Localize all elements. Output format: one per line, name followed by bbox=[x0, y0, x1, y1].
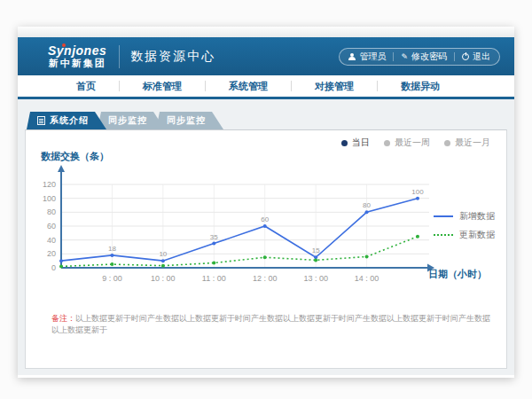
tab-sync-monitor-1[interactable]: 同步监控 bbox=[98, 112, 165, 129]
app-window: Synjones 新中新集团 数据资源中心 管理员 ✎ 修改密码 bbox=[18, 27, 514, 378]
x-axis-title: 日期（小时） bbox=[428, 268, 487, 281]
svg-text:100: 100 bbox=[43, 194, 56, 203]
logo: Synjones 新中新集团 bbox=[48, 44, 106, 68]
radio-last-week[interactable]: 最近一周 bbox=[384, 137, 430, 149]
content-area: 系统介绍 同步监控 同步监控 当日 最近一周 bbox=[18, 99, 514, 375]
toolbar-divider bbox=[454, 52, 455, 61]
svg-text:35: 35 bbox=[210, 233, 218, 241]
svg-text:10 : 00: 10 : 00 bbox=[151, 274, 176, 283]
tab-system-intro[interactable]: 系统介绍 bbox=[27, 112, 106, 129]
dotted-line-icon bbox=[434, 234, 453, 236]
legend-label: 新增数据 bbox=[459, 210, 495, 223]
logout-button[interactable]: 退出 bbox=[462, 51, 490, 63]
svg-text:20: 20 bbox=[47, 249, 56, 258]
svg-text:60: 60 bbox=[261, 215, 269, 223]
change-password-label: 修改密码 bbox=[411, 51, 447, 63]
svg-text:60: 60 bbox=[47, 222, 56, 231]
current-user-label: 管理员 bbox=[359, 51, 386, 63]
footnote: 备注：以上数据更新于时间产生数据以上数据更新于时间产生数据以上数据更新于时间产生… bbox=[51, 313, 492, 335]
app-header: Synjones 新中新集团 数据资源中心 管理员 ✎ 修改密码 bbox=[18, 37, 514, 75]
nav-item-interface-mgmt[interactable]: 对接管理 bbox=[292, 80, 377, 93]
header-divider bbox=[119, 45, 120, 68]
radio-today[interactable]: 当日 bbox=[341, 137, 370, 149]
svg-text:100: 100 bbox=[411, 188, 424, 196]
nav-item-standard-mgmt[interactable]: 标准管理 bbox=[120, 80, 205, 93]
time-range-filter: 当日 最近一周 最近一月 bbox=[341, 137, 490, 149]
chart-legend: 新增数据 更新数据 bbox=[434, 207, 495, 244]
svg-text:80: 80 bbox=[363, 201, 371, 209]
svg-text:80: 80 bbox=[47, 207, 56, 216]
svg-text:13 : 00: 13 : 00 bbox=[303, 274, 328, 283]
logo-text: Synjones bbox=[48, 44, 106, 58]
tab-bar: 系统介绍 同步监控 同步监控 bbox=[27, 112, 514, 129]
toolbar-divider bbox=[393, 52, 394, 61]
main-nav: 首页 标准管理 系统管理 对接管理 数据异动 bbox=[18, 75, 514, 99]
svg-text:11 : 00: 11 : 00 bbox=[202, 274, 226, 283]
svg-text:14 : 00: 14 : 00 bbox=[355, 274, 379, 283]
current-user-button[interactable]: 管理员 bbox=[348, 51, 386, 63]
y-axis-title: 数据交换（条） bbox=[41, 150, 109, 163]
nav-item-home[interactable]: 首页 bbox=[53, 80, 119, 93]
svg-text:120: 120 bbox=[43, 180, 56, 189]
footnote-text: 以上数据更新于时间产生数据以上数据更新于时间产生数据以上数据更新于时间产生数据以… bbox=[51, 314, 490, 334]
tab-label: 同步监控 bbox=[108, 112, 147, 129]
user-icon bbox=[348, 53, 356, 60]
radio-label: 最近一月 bbox=[455, 137, 490, 149]
tab-sync-monitor-2[interactable]: 同步监控 bbox=[156, 112, 223, 129]
radio-label: 最近一周 bbox=[395, 137, 430, 149]
logo-subtext: 新中新集团 bbox=[48, 58, 106, 68]
svg-text:0: 0 bbox=[51, 263, 56, 272]
svg-text:10: 10 bbox=[159, 250, 167, 258]
logo-accent-dot bbox=[62, 43, 66, 47]
radio-dot-icon bbox=[341, 140, 348, 146]
footnote-label: 备注： bbox=[51, 314, 75, 323]
svg-text:40: 40 bbox=[47, 236, 56, 245]
app-title: 数据资源中心 bbox=[130, 49, 215, 65]
chart-panel: 当日 最近一周 最近一月 数据交换（条） 0204060801001209 : … bbox=[25, 129, 507, 369]
solid-line-icon bbox=[434, 215, 453, 217]
legend-item-updated-data[interactable]: 更新数据 bbox=[434, 225, 495, 244]
power-icon bbox=[462, 53, 469, 60]
svg-text:18: 18 bbox=[108, 245, 116, 253]
radio-last-month[interactable]: 最近一月 bbox=[444, 137, 490, 149]
radio-label: 当日 bbox=[352, 137, 370, 149]
tab-label: 系统介绍 bbox=[50, 112, 89, 129]
logout-label: 退出 bbox=[473, 51, 490, 63]
svg-text:15: 15 bbox=[312, 246, 320, 254]
change-password-button[interactable]: ✎ 修改密码 bbox=[401, 51, 447, 63]
page-background: Synjones 新中新集团 数据资源中心 管理员 ✎ 修改密码 bbox=[0, 0, 532, 399]
window-top-strip bbox=[18, 27, 514, 37]
tab-label: 同步监控 bbox=[167, 112, 206, 129]
legend-item-new-data[interactable]: 新增数据 bbox=[434, 207, 495, 225]
nav-item-system-mgmt[interactable]: 系统管理 bbox=[206, 80, 291, 93]
edit-icon: ✎ bbox=[401, 53, 408, 60]
svg-text:12 : 00: 12 : 00 bbox=[253, 274, 278, 283]
user-toolbar: 管理员 ✎ 修改密码 退出 bbox=[339, 48, 500, 66]
nav-item-data-change[interactable]: 数据异动 bbox=[378, 80, 463, 93]
svg-text:9 : 00: 9 : 00 bbox=[102, 274, 122, 283]
legend-label: 更新数据 bbox=[459, 229, 495, 241]
document-icon bbox=[37, 116, 45, 125]
radio-dot-icon bbox=[384, 140, 390, 146]
radio-dot-icon bbox=[444, 140, 450, 146]
